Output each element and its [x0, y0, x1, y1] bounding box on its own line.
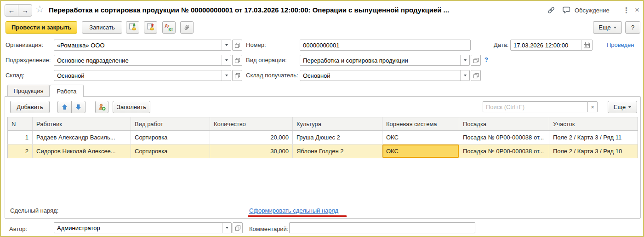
dropdown-arrow-icon[interactable] [460, 70, 469, 81]
chevron-down-icon [614, 27, 616, 29]
operation-kind-field[interactable]: Переработка и сортировка продукции [300, 55, 470, 66]
calendar-icon[interactable] [581, 40, 592, 50]
cell-plot[interactable]: Поле 2 / Карта 3 / Ряд 10 [549, 145, 638, 158]
dropdown-arrow-icon[interactable] [222, 223, 231, 233]
open-form-icon [235, 225, 241, 231]
cell-culture[interactable]: Груша Дюшес 2 [293, 131, 382, 144]
department-label: Подразделение: [6, 57, 51, 64]
operation-kind-open-button[interactable] [471, 55, 481, 66]
close-icon[interactable]: × [635, 6, 639, 15]
column-header-worker[interactable]: Работник [33, 117, 131, 130]
dropdown-arrow-icon[interactable] [222, 70, 231, 81]
write-button[interactable]: Записать [82, 21, 122, 34]
tab-products[interactable]: Продукция [7, 85, 50, 96]
cell-work-type[interactable]: Сортировка [131, 131, 210, 144]
post-document-button[interactable] [126, 21, 139, 34]
date-field[interactable]: 17.03.2026 12:00:00 [510, 40, 593, 51]
operation-kind-label: Вид операции: [246, 57, 287, 64]
cell-n[interactable]: 2 [8, 145, 33, 158]
discussion-bubble-icon[interactable] [562, 6, 571, 16]
organization-open-button[interactable] [232, 40, 242, 51]
generate-piecework-link[interactable]: Сформировать сдельный наряд [249, 207, 338, 214]
person-add-icon [98, 103, 106, 111]
warehouse-label: Склад: [6, 72, 24, 79]
add-row-button[interactable]: Добавить [10, 101, 50, 113]
move-row-down-button[interactable] [71, 101, 85, 113]
table-header-row: N Работник Вид работ Количество Культура… [7, 117, 638, 131]
table-row-selected[interactable]: 2 Сидоров Николай Алексее... Сортировка … [7, 145, 638, 158]
column-header-root-system[interactable]: Корневая система [382, 117, 459, 130]
status-badge: Проведен [607, 41, 634, 48]
cell-quantity[interactable]: 30,000 [210, 145, 293, 158]
cell-work-type[interactable]: Сортировка [131, 145, 210, 158]
cell-culture[interactable]: Яблоня Голден 2 [293, 145, 382, 158]
warehouse-receiver-field[interactable]: Основной [300, 70, 470, 81]
document-window: ← → ☆ Переработка и сортировка продукции… [0, 0, 644, 237]
number-label: Номер: [246, 41, 266, 48]
copy-link-icon[interactable] [547, 6, 555, 16]
attachments-button[interactable] [180, 21, 194, 34]
cell-plot[interactable]: Поле 2 / Карта 3 / Ряд 11 [549, 131, 638, 144]
unpost-document-button[interactable] [144, 21, 157, 34]
page-title: Переработка и сортировка продукции № 000… [49, 6, 544, 14]
dropdown-arrow-icon[interactable] [222, 55, 231, 65]
column-header-planting[interactable]: Посадка [459, 117, 549, 130]
warehouse-field[interactable]: Основной [54, 70, 231, 81]
fill-button[interactable]: Заполнить [113, 101, 150, 113]
column-header-n[interactable]: N [8, 117, 33, 130]
comment-label: Комментарий: [249, 225, 289, 232]
pick-employee-button[interactable] [95, 101, 108, 113]
post-document-icon [129, 23, 137, 32]
organization-field[interactable]: «Ромашка» ООО [54, 40, 231, 51]
more-button[interactable]: Еще [593, 21, 622, 34]
comment-input[interactable] [289, 222, 475, 233]
column-header-plot[interactable]: Участок [549, 117, 638, 130]
table-row[interactable]: 1 Радаев Александр Василь... Сортировка … [7, 131, 638, 145]
forward-icon[interactable]: → [18, 5, 32, 16]
post-and-close-button[interactable]: Провести и закрыть [6, 21, 77, 34]
open-form-icon [234, 42, 240, 48]
open-form-icon [473, 73, 479, 79]
column-header-quantity[interactable]: Количество [210, 117, 293, 130]
dropdown-arrow-icon[interactable] [460, 55, 469, 65]
author-field[interactable]: Администратор [54, 222, 232, 233]
more-menu-icon[interactable]: ⋮ [622, 6, 630, 15]
clear-search-icon[interactable]: × [587, 101, 598, 112]
dropdown-arrow-icon[interactable] [222, 40, 231, 50]
warehouse-open-button[interactable] [232, 70, 242, 81]
warehouse-receiver-label: Склад получатель: [246, 72, 298, 79]
search-box: × [483, 101, 598, 112]
department-open-button[interactable] [232, 55, 242, 66]
cell-quantity[interactable]: 20,000 [210, 131, 293, 144]
debit-credit-button[interactable]: ДтКт [162, 21, 176, 34]
search-input[interactable] [483, 101, 587, 112]
cell-n[interactable]: 1 [8, 131, 33, 144]
department-field[interactable]: Основное подразделение [54, 55, 231, 66]
number-field[interactable]: 00000000001 [300, 40, 471, 51]
cell-planting[interactable]: Посадка № 0Р00-000038 от... [459, 145, 549, 158]
move-row-up-button[interactable] [57, 101, 72, 113]
cell-worker[interactable]: Сидоров Николай Алексее... [33, 145, 131, 158]
cell-planting[interactable]: Посадка № 0Р00-000038 от... [459, 131, 549, 144]
operation-kind-help-icon[interactable]: ? [484, 56, 488, 63]
help-button[interactable]: ? [625, 21, 640, 34]
cell-root-system-active[interactable]: ОКС [382, 145, 459, 158]
tab-work[interactable]: Работа [50, 85, 84, 97]
open-form-icon [473, 58, 479, 64]
favorite-star-icon[interactable]: ☆ [35, 4, 44, 14]
discussion-label[interactable]: Обсуждение [575, 7, 610, 14]
organization-label: Организация: [6, 41, 43, 48]
cell-root-system[interactable]: ОКС [382, 131, 459, 144]
column-header-culture[interactable]: Культура [293, 117, 382, 130]
author-open-button[interactable] [233, 222, 243, 233]
nav-history-group: ← → [5, 4, 32, 17]
open-form-icon [234, 58, 240, 64]
author-label: Автор: [9, 225, 27, 232]
unpost-document-icon [147, 23, 154, 32]
piecework-label: Сдельный наряд: [10, 207, 58, 214]
back-icon[interactable]: ← [5, 5, 18, 16]
column-header-work-type[interactable]: Вид работ [131, 117, 210, 130]
warehouse-receiver-open-button[interactable] [471, 70, 481, 81]
cell-worker[interactable]: Радаев Александр Василь... [33, 131, 131, 144]
grid-more-button[interactable]: Еще [608, 101, 637, 113]
